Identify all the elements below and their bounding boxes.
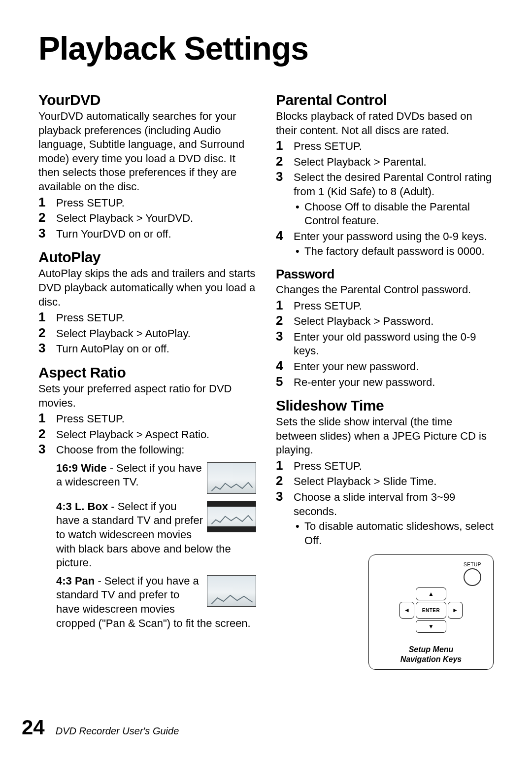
- step: Turn YourDVD on or off.: [38, 227, 256, 242]
- step: Press SETUP.: [38, 196, 256, 210]
- yourdvd-steps: Press SETUP. Select Playback > YourDVD. …: [38, 196, 256, 242]
- password-intro: Changes the Parental Control password.: [276, 283, 494, 297]
- autoplay-intro: AutoPlay skips the ads and trailers and …: [38, 267, 256, 309]
- password-heading: Password: [276, 267, 494, 282]
- parental-step3-notes: Choose Off to disable the Parental Contr…: [294, 200, 494, 228]
- parental-heading: Parental Control: [276, 92, 494, 108]
- step: Select Playback > Password.: [276, 314, 494, 329]
- step: Enter your password using the 0-9 keys. …: [276, 230, 494, 259]
- aspect-option-lbox: 4:3 L. Box - Select if you have a standa…: [56, 500, 256, 570]
- manual-page: Playback Settings YourDVD YourDVD automa…: [0, 0, 532, 760]
- yourdvd-intro: YourDVD automatically searches for your …: [38, 109, 256, 194]
- page-footer: 24 DVD Recorder User's Guide: [22, 716, 179, 739]
- step: Choose a slide interval from 3~99 second…: [276, 490, 494, 548]
- aspect-option-pan: 4:3 Pan - Select if you have a standard …: [56, 574, 256, 630]
- slideshow-heading: Slideshow Time: [276, 397, 494, 414]
- parental-steps: Press SETUP. Select Playback > Parental.…: [276, 139, 494, 259]
- aspect-heading: Aspect Ratio: [38, 364, 256, 381]
- left-column: YourDVD YourDVD automatically searches f…: [38, 84, 256, 670]
- remote-caption: Setup Menu Navigation Keys: [377, 645, 485, 664]
- caption-line: Setup Menu: [409, 645, 454, 654]
- aspect-steps: Press SETUP. Select Playback > Aspect Ra…: [38, 412, 256, 457]
- step: Choose from the following:: [38, 443, 256, 457]
- step: Press SETUP.: [38, 412, 256, 426]
- footer-guide-title: DVD Recorder User's Guide: [56, 725, 179, 737]
- aspect-thumb-lbox-icon: [207, 501, 256, 532]
- bullet: The factory default password is 0000.: [294, 244, 494, 259]
- dpad-enter-button: ENTER: [416, 602, 446, 619]
- step-text: Enter your password using the 0-9 keys.: [294, 230, 487, 242]
- aspect-intro: Sets your preferred aspect ratio for DVD…: [38, 382, 256, 410]
- step: Press SETUP.: [276, 459, 494, 474]
- autoplay-heading: AutoPlay: [38, 249, 256, 266]
- step: Press SETUP.: [38, 311, 256, 325]
- step: Press SETUP.: [276, 299, 494, 313]
- option-label: 4:3 Pan: [56, 575, 95, 587]
- aspect-options: 16:9 Wide - Select if you have a widescr…: [38, 461, 256, 630]
- step: Enter your old password using the 0-9 ke…: [276, 330, 494, 358]
- remote-setup-button: SETUP: [464, 562, 481, 586]
- dpad-left-icon: ◄: [399, 602, 414, 619]
- slideshow-intro: Sets the slide show interval (the time b…: [276, 415, 494, 457]
- parental-intro: Blocks playback of rated DVDs based on t…: [276, 109, 494, 138]
- option-label: 4:3 L. Box: [56, 500, 108, 513]
- slideshow-steps: Press SETUP. Select Playback > Slide Tim…: [276, 459, 494, 548]
- dpad-right-icon: ►: [448, 602, 463, 619]
- right-column: Parental Control Blocks playback of rate…: [276, 84, 494, 670]
- option-label: 16:9 Wide: [56, 462, 107, 474]
- step: Select Playback > Aspect Ratio.: [38, 428, 256, 442]
- step-text: Select the desired Parental Control rati…: [294, 171, 492, 198]
- step: Press SETUP.: [276, 139, 494, 154]
- dpad-down-icon: ▼: [416, 620, 446, 633]
- step-text: Choose a slide interval from 3~99 second…: [294, 491, 455, 518]
- parental-step4-notes: The factory default password is 0000.: [294, 244, 494, 259]
- step: Select Playback > Slide Time.: [276, 475, 494, 489]
- content-columns: YourDVD YourDVD automatically searches f…: [38, 84, 494, 670]
- step: Select Playback > AutoPlay.: [38, 327, 256, 341]
- bullet: To disable automatic slideshows, select …: [294, 519, 494, 548]
- bullet: Choose Off to disable the Parental Contr…: [294, 200, 494, 228]
- step: Re-enter your new password.: [276, 376, 494, 390]
- password-steps: Press SETUP. Select Playback > Password.…: [276, 299, 494, 390]
- step: Select Playback > YourDVD.: [38, 211, 256, 226]
- step: Select the desired Parental Control rati…: [276, 171, 494, 228]
- page-number: 24: [22, 716, 45, 739]
- step: Turn AutoPlay on or off.: [38, 342, 256, 356]
- page-title: Playback Settings: [38, 30, 494, 67]
- aspect-option-wide: 16:9 Wide - Select if you have a widescr…: [56, 461, 256, 496]
- remote-setup-label: SETUP: [464, 562, 481, 567]
- remote-diagram: SETUP ▲ ◄ ENTER ► ▼ Setup Menu: [368, 554, 494, 670]
- aspect-thumb-wide-icon: [207, 462, 256, 494]
- yourdvd-heading: YourDVD: [38, 92, 256, 108]
- caption-line: Navigation Keys: [400, 655, 462, 663]
- aspect-thumb-pan-icon: [207, 575, 256, 607]
- remote-dpad: ▲ ◄ ENTER ► ▼: [399, 587, 463, 633]
- step: Enter your new password.: [276, 360, 494, 374]
- autoplay-steps: Press SETUP. Select Playback > AutoPlay.…: [38, 311, 256, 356]
- slideshow-step3-notes: To disable automatic slideshows, select …: [294, 519, 494, 548]
- circle-button-icon: [464, 568, 481, 586]
- step: Select Playback > Parental.: [276, 155, 494, 170]
- dpad-up-icon: ▲: [416, 587, 446, 600]
